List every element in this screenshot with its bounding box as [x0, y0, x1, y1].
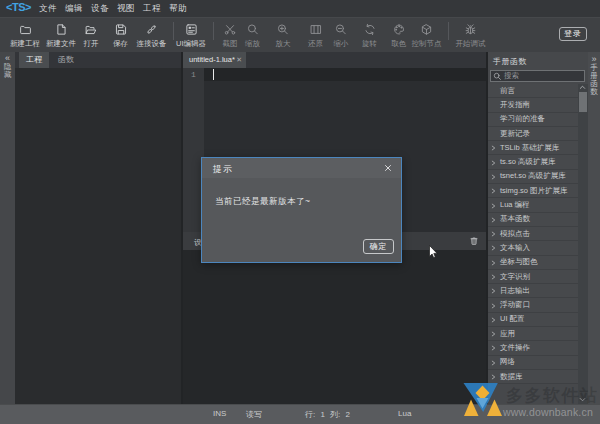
- restore-icon: [309, 23, 322, 36]
- manual-item-1[interactable]: 前言: [488, 84, 588, 98]
- ui-editor-button[interactable]: UI编辑器: [176, 22, 206, 49]
- message-dialog: 提示 当前已经是最新版本了~ 确定: [201, 157, 402, 263]
- manual-item-17[interactable]: UI 配置: [488, 313, 588, 327]
- toolbar-button-label: 放大: [276, 39, 291, 49]
- status-language: Lua: [398, 409, 411, 418]
- open-button[interactable]: 打开: [84, 22, 99, 49]
- hide-panel-vertical-label[interactable]: 隐藏: [0, 63, 15, 79]
- restore-button[interactable]: 还原: [308, 22, 323, 49]
- manual-item-6[interactable]: ts.so 高级扩展库: [488, 155, 588, 169]
- chevron-right-icon: [491, 259, 496, 266]
- manual-item-5[interactable]: TSLib 基础扩展库: [488, 141, 588, 155]
- start-debug-button[interactable]: 开始调试: [456, 22, 486, 49]
- manual-item-label: 开发指南: [500, 100, 530, 110]
- tab-function[interactable]: 函数: [51, 52, 81, 68]
- rotate-icon: [363, 23, 376, 36]
- manual-item-20[interactable]: 网络: [488, 356, 588, 370]
- screenshot-button[interactable]: 截图: [223, 22, 238, 49]
- rotate-button[interactable]: 旋转: [362, 22, 377, 49]
- left-collapse-strip[interactable]: « 隐藏: [0, 52, 15, 404]
- menu-item-6[interactable]: 帮助: [169, 3, 187, 15]
- app-logo: <TS>: [6, 1, 31, 13]
- pick-color-button[interactable]: 取色: [391, 22, 406, 49]
- toolbar-button-label: 连接设备: [137, 39, 167, 49]
- login-button[interactable]: 登录: [559, 27, 587, 41]
- log-panel-body: [183, 250, 486, 404]
- scroll-up-icon[interactable]: [578, 84, 588, 92]
- sidebar-scrollbar[interactable]: [578, 84, 588, 404]
- manual-sidebar: 手册函数 搜索 前言开发指南学习前的准备更新记录TSLib 基础扩展库ts.so…: [488, 52, 588, 404]
- chevron-right-icon: [491, 144, 496, 151]
- tab-close-icon[interactable]: ✕: [236, 52, 242, 68]
- search-icon: [493, 72, 502, 81]
- watermark-url: www.downbank.cn: [503, 406, 593, 418]
- line-number: 1: [183, 70, 204, 79]
- scrollbar-thumb[interactable]: [579, 92, 587, 112]
- chevron-right-icon: [491, 302, 496, 309]
- manual-item-2[interactable]: 开发指南: [488, 98, 588, 112]
- manual-item-16[interactable]: 浮动窗口: [488, 298, 588, 312]
- chevron-right-icon: [491, 187, 496, 194]
- toolbar-separator: [173, 22, 174, 40]
- manual-item-14[interactable]: 文字识别: [488, 270, 588, 284]
- manual-item-label: 文本输入: [500, 243, 530, 253]
- search-placeholder: 搜索: [504, 71, 519, 81]
- node-icon: [420, 23, 433, 36]
- manual-item-label: 文字识别: [500, 272, 530, 282]
- manual-item-label: UI 配置: [500, 314, 525, 324]
- menu-item-2[interactable]: 编辑: [65, 3, 83, 15]
- dialog-ok-button[interactable]: 确定: [363, 239, 394, 254]
- editor-tab-untitled[interactable]: untitled-1.lua* ✕: [183, 52, 246, 68]
- hide-panel-char: 藏: [0, 71, 15, 79]
- manual-item-label: 前言: [500, 86, 515, 96]
- manual-item-4[interactable]: 更新记录: [488, 127, 588, 141]
- chevron-right-icon: [491, 287, 496, 294]
- manual-item-18[interactable]: 应用: [488, 327, 588, 341]
- manual-item-3[interactable]: 学习前的准备: [488, 113, 588, 127]
- chevron-right-icon: [491, 316, 496, 323]
- menu-item-4[interactable]: 视图: [117, 3, 135, 15]
- manual-item-15[interactable]: 日志输出: [488, 284, 588, 298]
- menu-item-1[interactable]: 文件: [39, 3, 57, 15]
- dialog-message: 当前已经是最新版本了~: [215, 196, 310, 208]
- search-input[interactable]: 搜索: [490, 70, 585, 82]
- manual-item-11[interactable]: 模拟点击: [488, 227, 588, 241]
- manual-item-8[interactable]: tsimg.so 图片扩展库: [488, 184, 588, 198]
- dialog-titlebar[interactable]: 提示: [202, 158, 401, 178]
- manual-item-7[interactable]: tsnet.so 高级扩展库: [488, 170, 588, 184]
- manual-item-13[interactable]: 坐标与图色: [488, 256, 588, 270]
- connect-device-button[interactable]: 连接设备: [137, 22, 167, 49]
- folder-open-icon: [85, 23, 98, 36]
- editor-tab-label: untitled-1.lua*: [189, 55, 235, 64]
- manual-vertical-label[interactable]: 手册函数: [588, 64, 600, 96]
- chevron-right-icon: [491, 344, 496, 351]
- dialog-close-icon[interactable]: [384, 164, 392, 172]
- toolbar: 登录 新建工程新建文件打开保存连接设备UI编辑器截图缩放放大还原缩小旋转取色控制…: [0, 17, 600, 52]
- scissors-icon: [224, 23, 237, 36]
- toolbar-button-label: 缩放: [245, 39, 260, 49]
- manual-tab-char: 数: [588, 88, 600, 96]
- toolbar-button-label: 还原: [308, 39, 323, 49]
- clear-log-icon[interactable]: [469, 236, 479, 246]
- manual-item-12[interactable]: 文本输入: [488, 241, 588, 255]
- new-project-button[interactable]: 新建工程: [10, 22, 40, 49]
- left-panel-tabbar: 工程 函数: [15, 52, 181, 68]
- control-node-button[interactable]: 控制节点: [412, 22, 442, 49]
- zoom-out-button[interactable]: 缩小: [334, 22, 349, 49]
- menu-item-5[interactable]: 工程: [143, 3, 161, 15]
- manual-item-label: 模拟点击: [500, 229, 530, 239]
- save-button[interactable]: 保存: [113, 22, 128, 49]
- zoom-out-icon: [335, 23, 348, 36]
- menu-item-3[interactable]: 设备: [91, 3, 109, 15]
- manual-item-10[interactable]: 基本函数: [488, 213, 588, 227]
- manual-item-9[interactable]: Lua 编程: [488, 198, 588, 212]
- zoom-in-button[interactable]: 放大: [276, 22, 291, 49]
- chevron-right-icon: [491, 244, 496, 251]
- tab-project[interactable]: 工程: [19, 52, 49, 68]
- zoom-button[interactable]: 缩放: [245, 22, 260, 49]
- manual-item-label: 日志输出: [500, 286, 530, 296]
- manual-item-19[interactable]: 文件操作: [488, 341, 588, 355]
- manual-item-label: 坐标与图色: [500, 257, 538, 267]
- new-file-button[interactable]: 新建文件: [46, 22, 76, 49]
- right-collapse-strip[interactable]: » 手册函数: [588, 52, 600, 404]
